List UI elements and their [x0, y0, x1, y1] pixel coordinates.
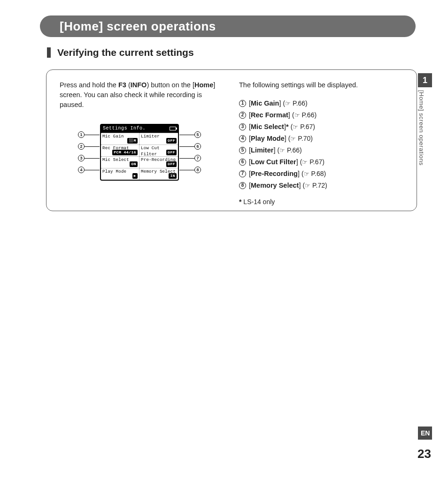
lead-line: [179, 146, 194, 147]
page-ref-icon: ☞: [279, 146, 285, 155]
item-number: 1: [239, 100, 246, 107]
item-number: 7: [239, 170, 246, 177]
settings-list-item: 7[Pre-Recording] (☞ P.68): [239, 169, 403, 179]
item-text: [Memory Select] (☞ P.72): [249, 181, 327, 190]
callout-7: 7: [194, 155, 201, 161]
callout-2: 2: [78, 143, 85, 150]
lead-line: [85, 158, 100, 159]
item-text: [Pre-Recording] (☞ P.68): [249, 169, 326, 179]
page-ref-icon: ☞: [290, 135, 296, 144]
lead-line: [179, 158, 194, 159]
lcd-grid: Mic Gain⬛M LimiterOFF Rec FormatPCM 44/1…: [101, 133, 178, 180]
lcd-cell: Mic Gain⬛M: [101, 133, 139, 145]
subheading-bar-icon: [47, 47, 51, 58]
settings-list-item: 5[Limiter] (☞ P.66): [239, 145, 403, 155]
subheading-row: Verifying the current settings: [47, 47, 194, 58]
item-text: [Limiter] (☞ P.66): [249, 145, 302, 155]
lead-line: [85, 146, 100, 147]
battery-icon: [170, 127, 176, 130]
subheading-text: Verifying the current settings: [57, 47, 194, 58]
callout-5: 5: [194, 131, 201, 138]
lcd-cell: Mic SelectON: [101, 156, 139, 168]
item-text: [Low Cut Filter] (☞ P.67): [249, 157, 324, 167]
page-ref-icon: ☞: [305, 182, 310, 190]
callout-3: 3: [78, 155, 85, 161]
lcd-cell: Low Cut FilterOFF: [139, 145, 178, 156]
item-text: [Rec Format] (☞ P.66): [249, 110, 317, 120]
running-head: [Home] screen operations: [418, 90, 425, 166]
settings-list-intro: The following settings will be displayed…: [239, 80, 403, 90]
lcd-cell: LimiterOFF: [139, 133, 178, 145]
callout-6: 6: [194, 143, 201, 150]
item-number: 3: [239, 123, 246, 130]
page-ref-icon: ☞: [293, 123, 298, 132]
item-number: 8: [239, 182, 246, 189]
lcd-cell: Memory SelectIN: [139, 168, 178, 180]
lead-line: [85, 170, 100, 170]
lead-line: [179, 135, 194, 135]
footnote: * LS-14 only: [239, 197, 403, 206]
page-number: 23: [417, 447, 431, 461]
right-column: The following settings will be displayed…: [239, 80, 403, 203]
lcd-title-text: Settings Info.: [103, 125, 146, 132]
lead-line: [85, 135, 100, 135]
settings-list-item: 2[Rec Format] (☞ P.66): [239, 110, 403, 120]
language-badge: EN: [418, 427, 432, 440]
item-text: [Mic Gain] (☞ P.66): [249, 99, 308, 108]
chapter-title: [Home] screen operations: [60, 19, 216, 34]
intro-paragraph: Press and hold the F3 (INFO) button on t…: [60, 80, 219, 110]
content-panel: Press and hold the F3 (INFO) button on t…: [46, 69, 417, 211]
lead-line: [179, 170, 194, 170]
settings-list-item: 4[Play Mode] (☞ P.70): [239, 134, 403, 144]
lcd-screen: Settings Info. Mic Gain⬛M LimiterOFF Rec…: [100, 124, 179, 181]
item-number: 5: [239, 147, 246, 154]
callout-4: 4: [78, 167, 85, 173]
item-number: 4: [239, 135, 246, 142]
chapter-header: [Home] screen operations: [40, 15, 416, 37]
callout-8: 8: [194, 167, 201, 173]
page-ref-icon: ☞: [304, 170, 309, 179]
chapter-number-badge: 1: [418, 73, 432, 87]
side-tab: 1 [Home] screen operations: [418, 73, 432, 166]
lcd-diagram: 1 2 3 4 5 6 7 8 Settings Info.: [81, 124, 198, 181]
settings-list-item: 1[Mic Gain] (☞ P.66): [239, 99, 403, 108]
settings-list-item: 6[Low Cut Filter] (☞ P.67): [239, 157, 403, 167]
settings-list-item: 8[Memory Select] (☞ P.72): [239, 181, 403, 190]
settings-list: 1[Mic Gain] (☞ P.66)2[Rec Format] (☞ P.6…: [239, 99, 403, 190]
lcd-cell: Play Mode▶: [101, 168, 139, 180]
item-number: 6: [239, 159, 246, 166]
left-column: Press and hold the F3 (INFO) button on t…: [60, 80, 219, 203]
item-number: 2: [239, 112, 246, 119]
lcd-cell: Pre-RecordingOFF: [139, 156, 178, 168]
item-text: [Mic Select]* (☞ P.67): [249, 122, 315, 132]
page-ref-icon: ☞: [285, 99, 291, 108]
settings-list-item: 3[Mic Select]* (☞ P.67): [239, 122, 403, 132]
page-ref-icon: ☞: [302, 158, 308, 167]
item-text: [Play Mode] (☞ P.70): [249, 134, 313, 144]
lcd-titlebar: Settings Info.: [101, 125, 178, 133]
page-ref-icon: ☞: [294, 111, 300, 120]
lcd-cell: Rec FormatPCM 44/16: [101, 145, 139, 156]
callout-1: 1: [78, 131, 85, 138]
